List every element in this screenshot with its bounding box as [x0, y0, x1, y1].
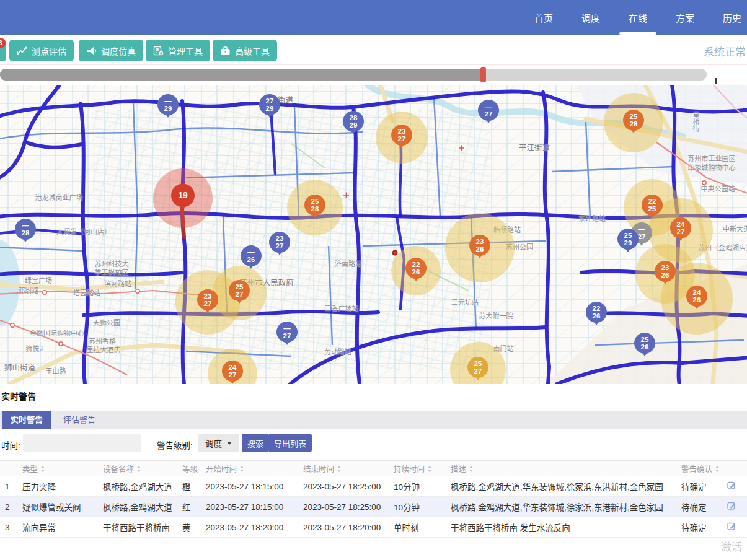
time-input[interactable]	[23, 434, 141, 452]
map-label: 三香广场站	[325, 303, 359, 313]
map-marker-pin[interactable]: —27	[276, 322, 298, 343]
cell-type: 流向异常	[17, 517, 98, 538]
map-marker-pin[interactable]: 2527	[467, 357, 488, 378]
edit-icon[interactable]	[722, 476, 747, 497]
cell-confirm: 待确定	[676, 476, 722, 497]
column-header[interactable]: 开始时间	[201, 461, 298, 476]
cell-end: 2023-05-27 18:25:00	[298, 497, 389, 517]
nav-item-plan[interactable]: 方案	[661, 11, 709, 24]
map-marker-pin[interactable]: —26	[241, 245, 262, 266]
map-marker-pin[interactable]: —27	[478, 100, 499, 121]
cell-end: 2023-05-27 18:20:00	[298, 517, 389, 538]
column-header[interactable]: 设备名称	[98, 461, 177, 476]
cell-device: 枫桥路,金鸡湖大道	[98, 476, 177, 497]
manage-tools-icon	[153, 46, 164, 56]
cell-type: 疑似爆管或关阀	[17, 497, 98, 517]
map-label: 金鹰国际购物中心	[30, 328, 84, 338]
edit-icon[interactable]	[722, 517, 747, 538]
timeline-slider[interactable]	[0, 65, 747, 85]
column-header[interactable]: 持续时间	[389, 461, 446, 476]
toolbar-button-simulation[interactable]: 调度仿真	[79, 40, 143, 61]
sort-icon	[428, 466, 432, 472]
cell-duration: 10分钟	[389, 497, 446, 517]
map-marker-pin[interactable]: 2829	[343, 111, 364, 132]
map-marker-pin[interactable]: 2327	[269, 232, 290, 253]
cell-start: 2023-05-27 18:15:00	[201, 476, 298, 497]
map-label: 大润发（何山店）	[56, 226, 111, 236]
slider-handle[interactable]	[480, 67, 486, 82]
column-header[interactable]: 等级	[177, 461, 201, 476]
time-label: 时间:	[1, 439, 20, 451]
cell-duration: 单时刻	[389, 517, 446, 538]
map-marker-pin[interactable]: 2326	[655, 261, 676, 282]
column-header[interactable]: 警告确认	[676, 461, 722, 476]
slider-tick	[715, 78, 717, 84]
map-label: 学工枫校区	[95, 267, 129, 277]
map-marker-pin[interactable]: —28	[15, 219, 36, 240]
column-header[interactable]: 类型	[17, 461, 98, 476]
map-marker-pin[interactable]: 2326	[469, 235, 490, 256]
map-marker-pin[interactable]: 2526	[634, 333, 655, 354]
map-marker-pin[interactable]: 2427	[222, 361, 243, 382]
map-label: 滨河路站	[104, 278, 131, 288]
toolbar-button-advanced[interactable]: 高级工具	[213, 40, 277, 61]
map-marker-pin[interactable]: 2528	[304, 195, 325, 216]
level-select-value: 调度	[205, 437, 222, 449]
map-marker-pin[interactable]: 2226	[586, 302, 607, 323]
map-marker-pin[interactable]: 2327	[391, 125, 412, 146]
cell-idx: 2	[0, 497, 17, 517]
level-select[interactable]: 调度	[198, 434, 239, 452]
nav-item-online[interactable]: 在线	[614, 11, 661, 24]
map-marker-pin[interactable]: 2327	[197, 289, 218, 310]
system-status: 系统正常	[704, 43, 746, 59]
map-marker-pin[interactable]: 2729	[259, 94, 280, 115]
map[interactable]: 虎丘街道港龙城商业广场大润发（何山店）苏州科技大学工枫校区绿宝广场邓尉路塔园路站…	[0, 85, 747, 384]
cell-level: 黄	[177, 517, 201, 538]
map-marker-pin[interactable]: 2226	[405, 258, 427, 279]
column-header[interactable]: 描述	[446, 461, 676, 476]
map-label: 东环路站	[578, 213, 606, 223]
chevron-down-icon	[227, 442, 232, 445]
export-list-button[interactable]: 导出列表	[268, 434, 312, 452]
cell-duration: 10分钟	[389, 476, 446, 497]
simulation-icon	[86, 46, 97, 56]
activation-watermark: 激活	[721, 538, 742, 554]
map-label: 绿宝广场	[25, 275, 52, 285]
map-label: 天狮公园	[93, 317, 120, 327]
toolbar-button-manage[interactable]: 管理工具	[146, 40, 210, 61]
map-marker-pin[interactable]: 2529	[617, 229, 639, 250]
map-label: 平江街道	[519, 141, 550, 153]
nav-item-history[interactable]: 历史	[709, 11, 747, 24]
sort-icon	[469, 466, 474, 472]
level-label: 警告级别:	[157, 439, 193, 451]
nav-item-dispatch[interactable]: 调度	[567, 11, 614, 24]
map-marker-pin[interactable]: 2427	[670, 217, 691, 238]
toolbar-button-point-eval[interactable]: 测点评估	[9, 40, 74, 61]
toolbar-button-label: 管理工具	[168, 45, 203, 57]
map-marker-pin[interactable]: —29	[157, 94, 179, 115]
tab-realtime-alerts[interactable]: 实时警告	[2, 411, 51, 429]
nav-item-home[interactable]: 首页	[520, 11, 567, 24]
toolbar-button-label: 调度仿真	[101, 45, 136, 57]
slider-track[interactable]	[0, 69, 707, 81]
map-label: 里拉大酒店	[87, 344, 121, 354]
map-marker-pin[interactable]: 2528	[623, 110, 644, 131]
cell-confirm: 待确定	[676, 497, 722, 517]
toolbar-button-label: 测点评估	[32, 45, 66, 57]
map-marker-pin[interactable]: 19	[171, 183, 195, 207]
column-header[interactable]: 结束时间	[298, 461, 389, 476]
tab-evaluation-alerts[interactable]: 评估警告	[55, 411, 104, 429]
section-title: 实时警告	[1, 390, 36, 402]
map-marker-pin[interactable]: 2527	[229, 280, 250, 301]
cell-level: 橙	[177, 476, 201, 497]
edit-icon[interactable]	[722, 497, 747, 517]
cell-desc: 枫桥路,金鸡湖大道,华东装饰城,徐家浜,东港新村,金色家园	[446, 476, 676, 497]
alerts-table-head: 类型设备名称等级开始时间结束时间持续时间描述警告确认	[0, 461, 747, 476]
search-button[interactable]: 搜索	[242, 434, 269, 452]
column-header	[0, 461, 17, 476]
cell-start: 2023-05-27 18:20:00	[201, 517, 298, 538]
map-marker-pin[interactable]: 2426	[686, 286, 707, 307]
map-red-dot[interactable]	[392, 250, 398, 256]
map-marker-pin[interactable]: 2225	[642, 195, 663, 216]
app-window: 首页 调度 在线 方案 历史 3 测点评估 调度仿真 管理工具	[0, 0, 747, 560]
